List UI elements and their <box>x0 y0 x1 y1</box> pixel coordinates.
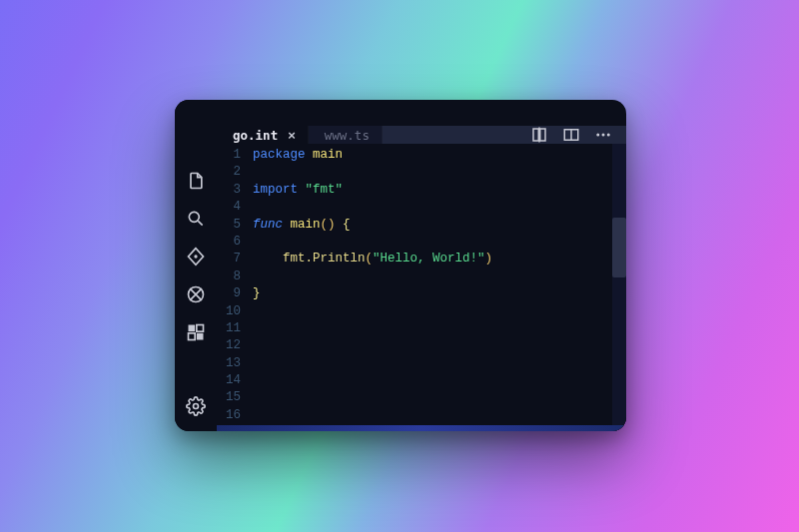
svg-point-1 <box>194 255 197 258</box>
svg-point-7 <box>194 404 199 409</box>
tab-label: go.int <box>233 128 278 143</box>
tab-actions <box>383 126 626 144</box>
tab-label: www.ts <box>325 128 370 143</box>
status-bar <box>217 425 626 431</box>
source-control-icon[interactable] <box>185 246 207 267</box>
svg-point-0 <box>189 212 199 222</box>
svg-point-12 <box>602 134 605 137</box>
extensions-icon[interactable] <box>185 321 207 343</box>
svg-rect-8 <box>533 129 538 141</box>
code-content[interactable]: package mainimport "fmt"func main() { fm… <box>247 144 626 431</box>
activity-bar <box>175 100 217 431</box>
svg-rect-9 <box>540 129 545 141</box>
split-editor-icon[interactable] <box>562 126 580 144</box>
compare-icon[interactable] <box>530 126 548 144</box>
line-gutter: 123456789101112131415161718 <box>217 144 247 431</box>
svg-rect-3 <box>189 325 196 332</box>
close-icon[interactable]: × <box>288 128 296 143</box>
tab-bar: go.int × www.ts <box>217 126 626 144</box>
files-icon[interactable] <box>185 170 207 192</box>
search-icon[interactable] <box>185 208 207 230</box>
svg-point-13 <box>607 134 610 137</box>
svg-point-11 <box>596 134 599 137</box>
tab-www-ts[interactable]: www.ts <box>309 126 383 144</box>
settings-icon[interactable] <box>185 395 207 417</box>
code-area[interactable]: 123456789101112131415161718 package main… <box>217 144 626 431</box>
tab-go-int[interactable]: go.int × <box>217 126 309 144</box>
editor-window: go.int × www.ts 123456789101112131415161… <box>175 100 626 431</box>
editor-main: go.int × www.ts 123456789101112131415161… <box>217 100 626 431</box>
svg-rect-5 <box>189 333 196 340</box>
minimap[interactable] <box>612 144 626 431</box>
more-icon[interactable] <box>594 126 612 144</box>
debug-icon[interactable] <box>185 283 207 305</box>
svg-rect-6 <box>197 333 204 340</box>
svg-rect-4 <box>197 325 204 332</box>
